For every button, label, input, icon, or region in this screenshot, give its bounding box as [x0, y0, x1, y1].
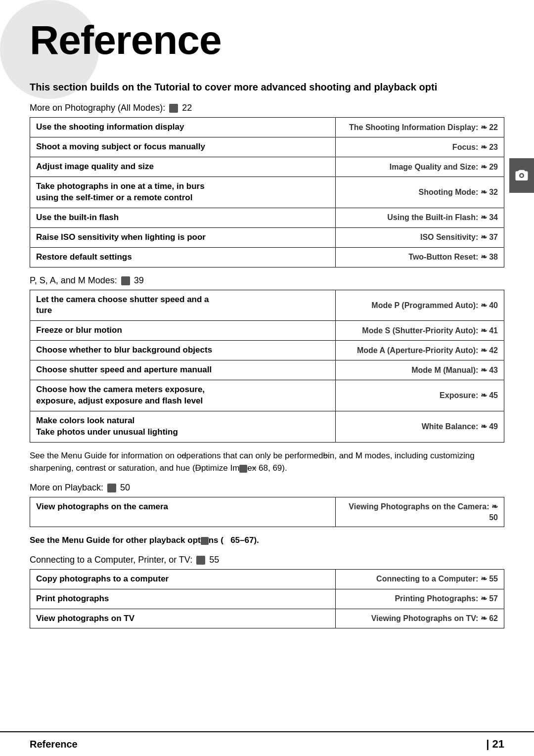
inline-icon1 — [239, 465, 247, 473]
section1-icon — [169, 104, 178, 113]
table-row: Adjust image quality and size Image Qual… — [30, 157, 504, 177]
row-right: Using the Built-in Flash: ❧ 34 — [336, 208, 504, 227]
page: Reference This section builds on the Tut… — [0, 0, 534, 756]
section3-table: View photographs on the camera Viewing P… — [30, 497, 504, 527]
row-right: Image Quality and Size: ❧ 29 — [336, 157, 504, 177]
row-left: Restore default settings — [30, 248, 336, 267]
table-row: Restore default settings Two-Button Rese… — [30, 247, 504, 267]
row-left: View photographs on the camera — [30, 497, 336, 527]
row-right: Printing Photographs: ❧ 57 — [336, 589, 504, 609]
section2-table: Let the camera choose shutter speed and … — [30, 290, 504, 443]
inline-icon2 — [201, 537, 209, 545]
table-row: Shoot a moving subject or focus manually… — [30, 137, 504, 157]
table-row: Take photographs in one at a time, in bu… — [30, 177, 504, 208]
row-left: Raise ISO sensitivity when lighting is p… — [30, 228, 336, 247]
content: This section builds on the Tutorial to c… — [30, 80, 504, 628]
footer-page-number: | 21 — [486, 738, 504, 751]
section2-icon — [121, 276, 130, 285]
row-right: Two-Button Reset: ❧ 38 — [336, 248, 504, 267]
section4-header: Connecting to a Computer, Printer, or TV… — [30, 555, 504, 565]
table-row: Raise ISO sensitivity when lighting is p… — [30, 227, 504, 247]
row-right: ISO Sensitivity: ❧ 37 — [336, 228, 504, 247]
row-right: Focus: ❧ 23 — [336, 137, 504, 157]
camera-icon — [514, 168, 529, 183]
table-row: Print photographs Printing Photographs: … — [30, 589, 504, 609]
row-left: Shoot a moving subject or focus manually — [30, 137, 336, 157]
row-left: Choose how the camera meters exposure,ex… — [30, 380, 336, 411]
row-left: Adjust image quality and size — [30, 157, 336, 177]
row-right: Connecting to a Computer: ❧ 55 — [336, 570, 504, 589]
camera-tab — [509, 158, 534, 193]
row-left: Copy photographs to a computer — [30, 570, 336, 589]
row-left: Choose whether to blur background object… — [30, 341, 336, 360]
table-row: Let the camera choose shutter speed and … — [30, 290, 504, 321]
row-right: Viewing Photographs on the Camera: ❧ 50 — [336, 497, 504, 527]
footer: Reference | 21 — [0, 731, 534, 756]
menu-guide-note: See the Menu Guide for information on od… — [30, 449, 504, 475]
playback-note: See the Menu Guide for other playback op… — [30, 534, 504, 547]
table-row: Choose how the camera meters exposure,ex… — [30, 380, 504, 411]
row-left: Take photographs in one at a time, in bu… — [30, 177, 336, 208]
table-row: Make colors look naturalTake photos unde… — [30, 411, 504, 443]
table-row: View photographs on TV Viewing Photograp… — [30, 609, 504, 629]
row-left: Freeze or blur motion — [30, 321, 336, 340]
row-right: White Balance: ❧ 49 — [336, 411, 504, 442]
row-left: Choose shutter speed and aperture manual… — [30, 360, 336, 380]
row-right: Viewing Photographs on TV: ❧ 62 — [336, 609, 504, 628]
section2-header: P, S, A, and M Modes: 39 — [30, 275, 504, 286]
row-left: View photographs on TV — [30, 609, 336, 628]
row-right: Mode M (Manual): ❧ 43 — [336, 360, 504, 380]
table-row: Choose whether to blur background object… — [30, 340, 504, 360]
row-right: The Shooting Information Display: ❧ 22 — [336, 118, 504, 137]
row-left: Use the built-in flash — [30, 208, 336, 227]
section3-icon — [107, 484, 116, 492]
table-row: Choose shutter speed and aperture manual… — [30, 360, 504, 380]
row-left: Use the shooting information display — [30, 118, 336, 137]
row-left: Print photographs — [30, 589, 336, 609]
row-right: Mode S (Shutter-Priority Auto): ❧ 41 — [336, 321, 504, 340]
table-row: Freeze or blur motion Mode S (Shutter-Pr… — [30, 320, 504, 340]
footer-label: Reference — [30, 739, 78, 750]
row-left: Make colors look naturalTake photos unde… — [30, 411, 336, 442]
section4-table: Copy photographs to a computer Connectin… — [30, 569, 504, 629]
section4-icon — [196, 556, 205, 565]
intro-heading: This section builds on the Tutorial to c… — [30, 80, 504, 94]
page-title: Reference — [30, 20, 504, 60]
table-row: Use the built-in flash Using the Built-i… — [30, 208, 504, 227]
row-right: Mode P (Programmed Auto): ❧ 40 — [336, 290, 504, 321]
row-right: Exposure: ❧ 45 — [336, 380, 504, 411]
row-right: Shooting Mode: ❧ 32 — [336, 177, 504, 208]
section1-header: More on Photography (All Modes): 22 — [30, 103, 504, 113]
row-left: Let the camera choose shutter speed and … — [30, 290, 336, 321]
table-row: Copy photographs to a computer Connectin… — [30, 569, 504, 589]
table-row: Use the shooting information display The… — [30, 117, 504, 137]
section1-table: Use the shooting information display The… — [30, 117, 504, 267]
table-row: View photographs on the camera Viewing P… — [30, 497, 504, 527]
section3-header: More on Playback: 50 — [30, 483, 504, 493]
row-right: Mode A (Aperture-Priority Auto): ❧ 42 — [336, 341, 504, 360]
